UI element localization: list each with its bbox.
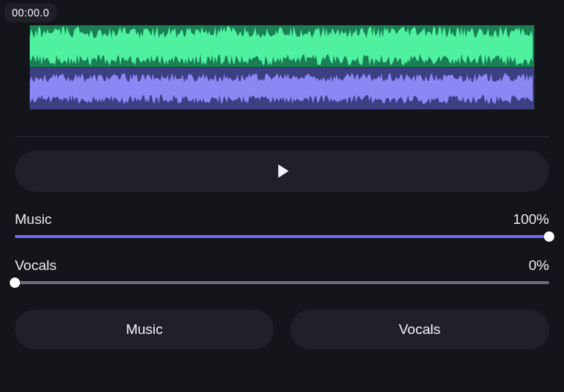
vocals-slider-block: Vocals 0%: [15, 257, 549, 284]
tab-music[interactable]: Music: [15, 309, 274, 350]
music-slider[interactable]: [15, 235, 549, 238]
music-slider-block: Music 100%: [15, 211, 549, 238]
music-slider-label: Music: [15, 211, 52, 228]
play-icon: [278, 164, 289, 178]
music-slider-fill: [15, 235, 549, 238]
play-button[interactable]: [15, 150, 549, 192]
vocals-slider-thumb[interactable]: [10, 277, 20, 288]
playhead-time: 00:00.0: [4, 3, 57, 22]
audio-separator-panel: 00:00.0 Music 100% Vocals 0%: [0, 0, 564, 392]
waveform-music-svg: [30, 25, 534, 67]
vocals-slider-value: 0%: [529, 257, 549, 274]
tab-music-label: Music: [126, 321, 163, 338]
waveform-area[interactable]: [30, 25, 534, 109]
music-slider-thumb[interactable]: [544, 231, 554, 242]
waveform-track-vocals[interactable]: [30, 68, 534, 109]
download-tabs: Music Vocals: [15, 309, 549, 350]
vocals-slider-label: Vocals: [15, 257, 57, 274]
divider: [15, 136, 549, 137]
music-slider-value: 100%: [513, 211, 549, 228]
tab-vocals[interactable]: Vocals: [290, 309, 549, 350]
waveform-track-music[interactable]: [30, 25, 534, 68]
tab-vocals-label: Vocals: [399, 321, 440, 338]
vocals-slider[interactable]: [15, 281, 549, 284]
waveform-vocals-svg: [30, 68, 534, 109]
